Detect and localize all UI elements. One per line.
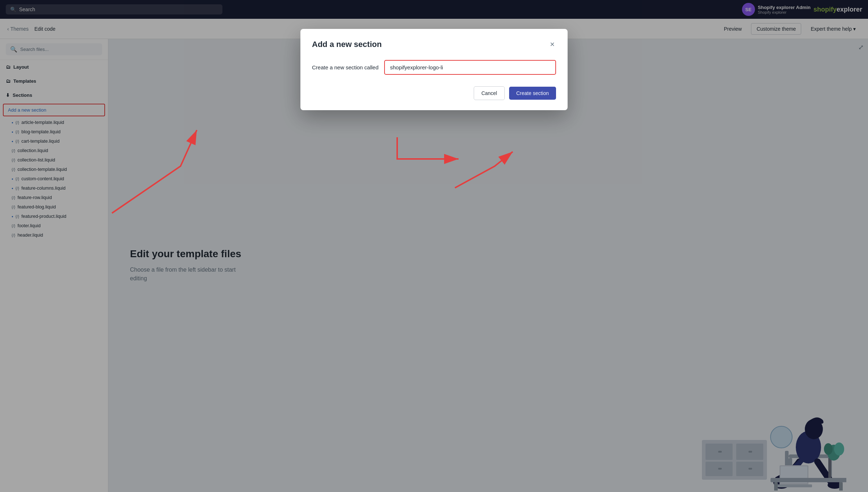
modal: Add a new section × Create a new section… — [300, 29, 568, 110]
modal-label: Create a new section called — [312, 64, 378, 70]
modal-title: Add a new section — [312, 40, 382, 49]
close-button[interactable]: × — [548, 39, 556, 50]
modal-body: Create a new section called — [312, 60, 556, 75]
create-section-button[interactable]: Create section — [509, 87, 556, 100]
modal-header: Add a new section × — [312, 39, 556, 50]
cancel-button[interactable]: Cancel — [474, 86, 505, 100]
modal-overlay[interactable]: Add a new section × Create a new section… — [0, 0, 868, 492]
section-name-input[interactable] — [384, 60, 556, 75]
modal-footer: Cancel Create section — [312, 86, 556, 100]
